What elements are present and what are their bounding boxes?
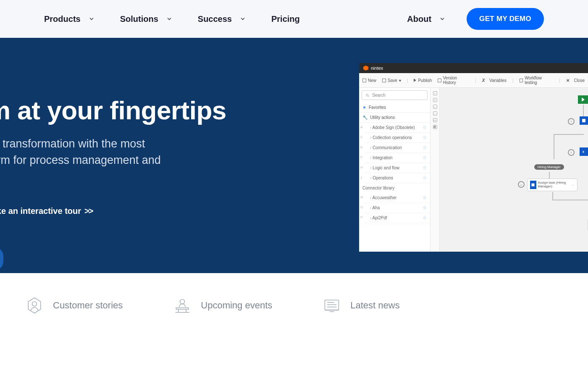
star-icon[interactable]: ☆ xyxy=(423,155,427,160)
hero-title: m at your fingertips xyxy=(0,97,346,124)
more-icon[interactable]: ⋯ xyxy=(571,183,575,187)
plus-icon xyxy=(362,79,366,82)
form-node-icon[interactable] xyxy=(580,116,588,125)
wrench-icon: 🔧 xyxy=(362,115,368,120)
star-icon[interactable]: ☆ xyxy=(423,205,427,210)
excel-node-icon[interactable]: X xyxy=(580,147,588,156)
hero-screenshot: nintex New Save▾ | Publish Version Histo… xyxy=(359,38,588,273)
svg-point-7 xyxy=(32,302,37,306)
connector-accuweather[interactable]: › Accuweather☆ xyxy=(364,193,430,203)
tour-row: Take an interactive tour >> xyxy=(0,206,346,216)
customer-stories-label: Customer stories xyxy=(53,300,123,311)
upcoming-events-link[interactable]: Upcoming events xyxy=(173,296,272,315)
branch-icon[interactable]: › xyxy=(568,149,575,156)
alpha-index: P xyxy=(360,216,362,219)
nav-success[interactable]: Success xyxy=(198,14,246,24)
app-toolbar: New Save▾ | Publish Version History | X … xyxy=(359,73,588,88)
sidebar-favorites[interactable]: ★ Favorites xyxy=(359,103,430,113)
hiring-manager-label: Hiring Manager xyxy=(534,164,564,170)
app-window: nintex New Save▾ | Publish Version Histo… xyxy=(359,63,588,252)
svg-marker-6 xyxy=(28,298,40,313)
action-operations[interactable]: › Operations☆ xyxy=(364,173,430,183)
nav-success-label: Success xyxy=(198,14,232,24)
star-icon[interactable]: ☆ xyxy=(423,195,427,200)
nintex-logo-icon xyxy=(363,66,368,71)
app-sidebar: Search ★ Favorites 🔧 Utility actions A ›… xyxy=(359,88,430,252)
star-icon[interactable]: ☆ xyxy=(423,135,427,140)
alpha-index: A xyxy=(360,125,362,129)
separator: | xyxy=(512,78,514,83)
collapse-toggle[interactable]: ‹ xyxy=(433,91,437,95)
workflow-canvas[interactable]: › › X Hiring Manager ⌄ Assign task (Hiri… xyxy=(440,88,588,252)
toolbar-new[interactable]: New xyxy=(362,78,376,83)
chevron-down-icon xyxy=(88,16,95,22)
collapse-icon[interactable]: ⌄ xyxy=(518,181,525,188)
svg-point-0 xyxy=(366,94,368,96)
connector xyxy=(552,200,588,200)
customer-stories-link[interactable]: Customer stories xyxy=(25,296,123,315)
star-icon[interactable]: ☆ xyxy=(423,175,427,181)
action-communication[interactable]: › Communication☆ xyxy=(364,143,430,153)
interactive-tour-link[interactable]: Take an interactive tour >> xyxy=(0,206,92,216)
connector xyxy=(583,105,584,117)
minimap-button[interactable]: ▦ xyxy=(433,125,437,129)
alpha-index: M xyxy=(360,195,363,199)
branch-icon[interactable]: › xyxy=(568,118,575,125)
chevron-down-icon: ▾ xyxy=(399,78,401,83)
toolbar-workflow-testing[interactable]: Workflow testing xyxy=(520,76,553,85)
star-icon[interactable]: ☆ xyxy=(423,215,427,221)
svg-point-8 xyxy=(180,299,185,304)
action-collection[interactable]: › Collection operations☆ xyxy=(364,133,430,143)
svg-line-1 xyxy=(368,96,369,97)
double-chevron-icon: >> xyxy=(84,206,92,216)
toolbar-version-history[interactable]: Version History xyxy=(438,76,469,85)
hero-copy: m at your fingertips tal transformation … xyxy=(0,38,346,273)
latest-news-label: Latest news xyxy=(350,300,399,311)
connector-aha[interactable]: › Aha☆ xyxy=(364,203,430,213)
zoom-reset-button[interactable]: – xyxy=(433,105,437,109)
nav-solutions[interactable]: Solutions xyxy=(120,14,173,24)
top-nav: Products Solutions Success Pricing About xyxy=(0,0,588,38)
nav-about[interactable]: About xyxy=(407,14,446,24)
latest-news-link[interactable]: Latest news xyxy=(323,296,399,315)
get-demo-button[interactable]: GET MY DEMO xyxy=(467,8,544,30)
action-adobe-sign[interactable]: › Adobe Sign (Obsolete)☆ xyxy=(364,123,430,133)
app-brand: nintex xyxy=(371,66,383,71)
news-icon xyxy=(323,296,341,315)
separator: | xyxy=(407,78,408,83)
star-icon[interactable]: ☆ xyxy=(423,125,427,130)
hero-sub-line2: form for process management and xyxy=(0,152,346,168)
alpha-index: H xyxy=(360,166,363,169)
svg-rect-4 xyxy=(532,184,535,187)
toolbar-variables[interactable]: X Variables xyxy=(482,78,507,83)
nav-links: Products Solutions Success Pricing xyxy=(44,14,382,24)
connector-api2pdf[interactable]: › Api2Pdf☆ xyxy=(364,213,430,223)
sidebar-utility-actions[interactable]: 🔧 Utility actions xyxy=(359,113,430,123)
alpha-index: C xyxy=(360,135,363,139)
star-icon[interactable]: ☆ xyxy=(423,165,427,171)
toolbar-close[interactable]: ✕ Close xyxy=(566,78,585,83)
alpha-index: O xyxy=(360,205,363,209)
search-input[interactable]: Search xyxy=(362,90,428,100)
nav-pricing[interactable]: Pricing xyxy=(271,14,300,24)
star-icon[interactable]: ☆ xyxy=(423,145,427,150)
nav-products-label: Products xyxy=(44,14,81,24)
zoom-in-button[interactable]: + xyxy=(433,98,437,102)
assign-task-node[interactable]: Assign task (Hiring Manager) ⋯ xyxy=(527,179,578,191)
nav-products[interactable]: Products xyxy=(44,14,95,24)
chevron-down-icon xyxy=(439,16,446,22)
fit-button[interactable]: ▭ xyxy=(433,118,437,122)
app-titlebar: nintex xyxy=(359,63,588,73)
hero: m at your fingertips tal transformation … xyxy=(0,38,588,273)
start-node[interactable] xyxy=(578,95,588,104)
toolbar-publish[interactable]: Publish xyxy=(414,78,432,83)
search-placeholder: Search xyxy=(372,93,386,97)
zoom-out-button[interactable]: – xyxy=(433,111,437,116)
task-icon xyxy=(530,181,536,189)
action-logic-flow[interactable]: › Logic and flow☆ xyxy=(364,163,430,173)
nav-solutions-label: Solutions xyxy=(120,14,158,24)
action-integration[interactable]: › Integration☆ xyxy=(364,153,430,163)
toolbar-save[interactable]: Save▾ xyxy=(382,78,401,83)
save-icon xyxy=(382,79,386,82)
search-icon xyxy=(365,93,370,97)
